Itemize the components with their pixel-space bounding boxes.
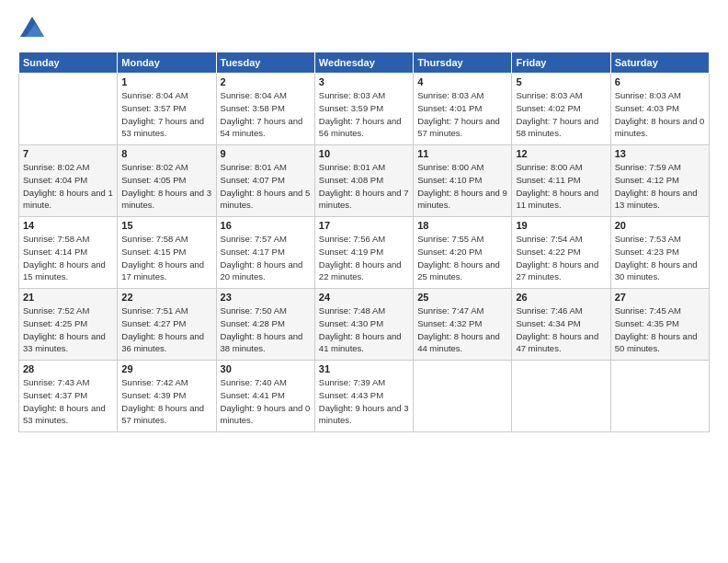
day-number: 16: [221, 220, 311, 231]
day-number: 27: [615, 292, 705, 303]
day-number: 2: [221, 76, 311, 87]
day-info: Sunrise: 7:50 AMSunset: 4:28 PMDaylight:…: [221, 304, 311, 355]
calendar-cell: 9Sunrise: 8:01 AMSunset: 4:07 PMDaylight…: [216, 145, 314, 217]
day-number: 19: [516, 220, 606, 231]
logo: [18, 15, 50, 42]
day-info: Sunrise: 7:58 AMSunset: 4:14 PMDaylight:…: [23, 233, 113, 283]
calendar-cell: 27Sunrise: 7:45 AMSunset: 4:35 PMDayligh…: [610, 289, 709, 361]
calendar-cell: 13Sunrise: 7:59 AMSunset: 4:12 PMDayligh…: [610, 145, 709, 217]
calendar-week-row: 21Sunrise: 7:52 AMSunset: 4:25 PMDayligh…: [19, 289, 710, 361]
day-number: 23: [221, 292, 311, 303]
day-info: Sunrise: 7:51 AMSunset: 4:27 PMDaylight:…: [121, 304, 211, 355]
calendar-cell: 30Sunrise: 7:40 AMSunset: 4:41 PMDayligh…: [216, 361, 314, 432]
calendar-cell: 21Sunrise: 7:52 AMSunset: 4:25 PMDayligh…: [19, 289, 118, 361]
day-info: Sunrise: 7:47 AMSunset: 4:32 PMDaylight:…: [417, 304, 507, 355]
calendar-cell: 22Sunrise: 7:51 AMSunset: 4:27 PMDayligh…: [118, 289, 216, 361]
calendar-cell: 23Sunrise: 7:50 AMSunset: 4:28 PMDayligh…: [216, 289, 314, 361]
day-number: 18: [417, 220, 507, 231]
day-number: 26: [516, 292, 606, 303]
page: SundayMondayTuesdayWednesdayThursdayFrid…: [0, 0, 728, 563]
day-number: 30: [221, 363, 311, 374]
calendar-cell: 19Sunrise: 7:54 AMSunset: 4:22 PMDayligh…: [512, 217, 610, 289]
calendar: SundayMondayTuesdayWednesdayThursdayFrid…: [18, 52, 710, 432]
day-number: 15: [121, 220, 211, 231]
day-info: Sunrise: 8:03 AMSunset: 4:02 PMDaylight:…: [516, 89, 606, 140]
day-number: 17: [319, 220, 409, 231]
weekday-header-cell: Wednesday: [314, 52, 413, 74]
calendar-cell: [512, 361, 610, 432]
day-number: 10: [319, 148, 409, 159]
calendar-cell: 24Sunrise: 7:48 AMSunset: 4:30 PMDayligh…: [314, 289, 413, 361]
calendar-cell: 18Sunrise: 7:55 AMSunset: 4:20 PMDayligh…: [414, 217, 512, 289]
day-number: 5: [516, 76, 606, 87]
day-info: Sunrise: 7:54 AMSunset: 4:22 PMDaylight:…: [516, 233, 606, 283]
day-info: Sunrise: 8:02 AMSunset: 4:04 PMDaylight:…: [23, 161, 113, 212]
calendar-cell: 20Sunrise: 7:53 AMSunset: 4:23 PMDayligh…: [610, 217, 709, 289]
day-number: 21: [23, 292, 113, 303]
day-info: Sunrise: 7:48 AMSunset: 4:30 PMDaylight:…: [319, 304, 409, 355]
calendar-cell: 8Sunrise: 8:02 AMSunset: 4:05 PMDaylight…: [118, 145, 216, 217]
day-info: Sunrise: 8:04 AMSunset: 3:57 PMDaylight:…: [121, 89, 211, 140]
calendar-cell: 3Sunrise: 8:03 AMSunset: 3:59 PMDaylight…: [314, 74, 413, 145]
weekday-header-cell: Sunday: [19, 52, 118, 74]
day-number: 9: [221, 148, 311, 159]
calendar-cell: 15Sunrise: 7:58 AMSunset: 4:15 PMDayligh…: [118, 217, 216, 289]
day-number: 28: [23, 363, 113, 374]
day-number: 24: [319, 292, 409, 303]
day-number: 6: [615, 76, 705, 87]
day-number: 3: [319, 76, 409, 87]
calendar-week-row: 7Sunrise: 8:02 AMSunset: 4:04 PMDaylight…: [19, 145, 710, 217]
calendar-cell: 4Sunrise: 8:03 AMSunset: 4:01 PMDaylight…: [414, 74, 512, 145]
day-number: 7: [23, 148, 113, 159]
calendar-cell: 2Sunrise: 8:04 AMSunset: 3:58 PMDaylight…: [216, 74, 314, 145]
day-info: Sunrise: 8:03 AMSunset: 3:59 PMDaylight:…: [319, 89, 409, 140]
day-info: Sunrise: 8:01 AMSunset: 4:08 PMDaylight:…: [319, 161, 409, 212]
day-info: Sunrise: 7:59 AMSunset: 4:12 PMDaylight:…: [615, 161, 705, 212]
day-info: Sunrise: 8:03 AMSunset: 4:03 PMDaylight:…: [615, 89, 705, 140]
day-number: 8: [121, 148, 211, 159]
day-info: Sunrise: 8:00 AMSunset: 4:11 PMDaylight:…: [516, 161, 606, 212]
day-info: Sunrise: 7:52 AMSunset: 4:25 PMDaylight:…: [23, 304, 113, 355]
day-info: Sunrise: 7:43 AMSunset: 4:37 PMDaylight:…: [23, 376, 113, 427]
calendar-cell: 31Sunrise: 7:39 AMSunset: 4:43 PMDayligh…: [314, 361, 413, 432]
day-number: 11: [417, 148, 507, 159]
weekday-header-cell: Monday: [118, 52, 216, 74]
weekday-header-cell: Saturday: [610, 52, 709, 74]
day-info: Sunrise: 8:01 AMSunset: 4:07 PMDaylight:…: [221, 161, 311, 212]
day-number: 29: [121, 363, 211, 374]
day-info: Sunrise: 7:56 AMSunset: 4:19 PMDaylight:…: [319, 233, 409, 283]
day-info: Sunrise: 7:53 AMSunset: 4:23 PMDaylight:…: [615, 233, 705, 283]
day-number: 12: [516, 148, 606, 159]
day-info: Sunrise: 7:42 AMSunset: 4:39 PMDaylight:…: [121, 376, 211, 427]
calendar-cell: 28Sunrise: 7:43 AMSunset: 4:37 PMDayligh…: [19, 361, 118, 432]
calendar-cell: 29Sunrise: 7:42 AMSunset: 4:39 PMDayligh…: [118, 361, 216, 432]
day-info: Sunrise: 7:39 AMSunset: 4:43 PMDaylight:…: [319, 376, 409, 427]
day-info: Sunrise: 8:03 AMSunset: 4:01 PMDaylight:…: [417, 89, 507, 140]
calendar-cell: 26Sunrise: 7:46 AMSunset: 4:34 PMDayligh…: [512, 289, 610, 361]
calendar-week-row: 28Sunrise: 7:43 AMSunset: 4:37 PMDayligh…: [19, 361, 710, 432]
day-number: 31: [319, 363, 409, 374]
day-info: Sunrise: 7:57 AMSunset: 4:17 PMDaylight:…: [221, 233, 311, 283]
weekday-header-cell: Friday: [512, 52, 610, 74]
calendar-cell: 25Sunrise: 7:47 AMSunset: 4:32 PMDayligh…: [414, 289, 512, 361]
header: [18, 15, 710, 42]
calendar-cell: [414, 361, 512, 432]
calendar-cell: [19, 74, 118, 145]
day-info: Sunrise: 8:02 AMSunset: 4:05 PMDaylight:…: [121, 161, 211, 212]
day-info: Sunrise: 7:45 AMSunset: 4:35 PMDaylight:…: [615, 304, 705, 355]
day-number: 22: [121, 292, 211, 303]
day-info: Sunrise: 7:55 AMSunset: 4:20 PMDaylight:…: [417, 233, 507, 283]
day-number: 14: [23, 220, 113, 231]
day-number: 20: [615, 220, 705, 231]
calendar-cell: 1Sunrise: 8:04 AMSunset: 3:57 PMDaylight…: [118, 74, 216, 145]
calendar-cell: 16Sunrise: 7:57 AMSunset: 4:17 PMDayligh…: [216, 217, 314, 289]
day-info: Sunrise: 7:40 AMSunset: 4:41 PMDaylight:…: [221, 376, 311, 427]
day-number: 13: [615, 148, 705, 159]
calendar-cell: 10Sunrise: 8:01 AMSunset: 4:08 PMDayligh…: [314, 145, 413, 217]
day-number: 25: [417, 292, 507, 303]
calendar-week-row: 14Sunrise: 7:58 AMSunset: 4:14 PMDayligh…: [19, 217, 710, 289]
calendar-cell: 17Sunrise: 7:56 AMSunset: 4:19 PMDayligh…: [314, 217, 413, 289]
calendar-cell: 5Sunrise: 8:03 AMSunset: 4:02 PMDaylight…: [512, 74, 610, 145]
calendar-cell: 12Sunrise: 8:00 AMSunset: 4:11 PMDayligh…: [512, 145, 610, 217]
day-info: Sunrise: 8:00 AMSunset: 4:10 PMDaylight:…: [417, 161, 507, 212]
